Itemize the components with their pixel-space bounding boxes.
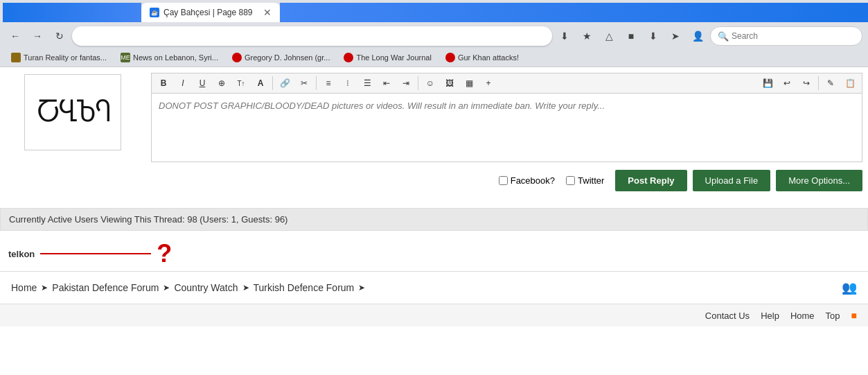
bottom-bar: Contact Us Help Home Top ■ <box>0 304 868 326</box>
toolbar-indent-left[interactable]: ⇤ <box>378 75 396 91</box>
more-options-button[interactable]: More Options... <box>776 170 862 191</box>
bookmark-favicon-turan <box>11 53 21 62</box>
search-icon: 🔍 <box>718 31 729 42</box>
contact-us-link[interactable]: Contact Us <box>705 311 750 321</box>
toolbar-save[interactable]: 💾 <box>759 75 777 91</box>
tab-title: Çay Bahçesi | Page 889 <box>163 8 253 17</box>
toolbar-redo[interactable]: ↪ <box>797 75 815 91</box>
chevron-icon-1: ➤ <box>41 283 48 293</box>
tab-close-button[interactable]: ✕ <box>263 7 272 18</box>
toolbar-edit[interactable]: ✎ <box>822 75 840 91</box>
active-users-text: Currently Active Users Viewing This Thre… <box>9 214 287 225</box>
active-users-bar: Currently Active Users Viewing This Thre… <box>0 208 868 231</box>
bookmark-gregory[interactable]: Gregory D. Johnsen (gr... <box>227 51 336 64</box>
top-link[interactable]: Top <box>826 311 840 321</box>
toolbar-emoji[interactable]: ☺ <box>421 75 439 91</box>
breadcrumb-pdf[interactable]: Pakistan Defence Forum <box>52 282 159 293</box>
twitter-checkbox[interactable] <box>566 176 575 185</box>
toolbar-image[interactable]: 🖼 <box>441 75 459 91</box>
facebook-checkbox[interactable] <box>499 176 508 185</box>
address-input[interactable]: defence.pk/threads/Çay-bahçesi.315137/pa… <box>72 26 552 46</box>
editor-toolbar: B I U ⊕ T↑ A 🔗 ✂ ≡ ⁝ ☰ ⇤ ⇥ ☺ 🖼 ▦ + 💾 ↩ ↪… <box>151 73 862 93</box>
bookmark-favicon-gurk <box>445 53 455 62</box>
toolbar-add[interactable]: + <box>479 75 497 91</box>
toolbar-title[interactable]: T↑ <box>232 75 250 91</box>
reply-textarea[interactable] <box>151 93 862 162</box>
share-button[interactable]: ➤ <box>666 26 685 46</box>
toolbar-unlink[interactable]: ✂ <box>295 75 313 91</box>
address-bar-row: ← → ↻ defence.pk/threads/Çay-bahçesi.315… <box>0 22 868 50</box>
right-tab-area <box>280 3 868 22</box>
post-reply-button[interactable]: Post Reply <box>615 170 687 191</box>
search-bar-wrap: 🔍 <box>710 26 862 46</box>
forward-button[interactable]: → <box>28 26 47 46</box>
toolbar-list-unordered[interactable]: ⁝ <box>339 75 357 91</box>
toolbar-table[interactable]: ▦ <box>460 75 478 91</box>
page-content: ႠႡႦႤ B I U ⊕ T↑ A 🔗 ✂ ≡ ⁝ ☰ ⇤ ⇥ ☺ 🖼 ▦ + <box>0 67 868 202</box>
bookmark-favicon-me: ME <box>121 53 130 62</box>
toolbar-bold[interactable]: B <box>154 75 172 91</box>
breadcrumb-home[interactable]: Home <box>11 282 37 293</box>
search-input[interactable] <box>732 31 855 41</box>
editor-panel: B I U ⊕ T↑ A 🔗 ✂ ≡ ⁝ ☰ ⇤ ⇥ ☺ 🖼 ▦ + 💾 ↩ ↪… <box>145 67 868 202</box>
breadcrumb-country-watch[interactable]: Country Watch <box>174 282 238 293</box>
avatar-panel: ႠႡႦႤ <box>0 67 145 202</box>
rss-icon: ■ <box>851 310 857 321</box>
twitter-label: Twitter <box>578 175 604 186</box>
shield-button[interactable]: ■ <box>621 26 641 46</box>
bookmarks-bar: Turan Reality or fantas... ME News on Le… <box>0 50 868 67</box>
tab-favicon: ☕ <box>150 8 159 17</box>
chevron-icon-2: ➤ <box>163 283 170 293</box>
bookmark-me[interactable]: ME News on Lebanon, Syri... <box>115 51 224 64</box>
toolbar-undo[interactable]: ↩ <box>778 75 796 91</box>
toolbar-link[interactable]: 🔗 <box>276 75 294 91</box>
bookmark-lwj[interactable]: The Long War Journal <box>338 51 436 64</box>
toolbar-sep-4 <box>818 76 819 90</box>
bookmark-gurk[interactable]: Gur Khan attacks! <box>440 51 524 64</box>
username-label: telkon <box>8 249 35 259</box>
bookmark-favicon-gregory <box>232 53 242 62</box>
browser-chrome: ☕ Çay Bahçesi | Page 889 ✕ ← → ↻ defence… <box>0 0 868 67</box>
bookmark-turan[interactable]: Turan Reality or fantas... <box>6 51 112 64</box>
toolbar-italic[interactable]: I <box>174 75 192 91</box>
sync-button[interactable]: △ <box>599 26 619 46</box>
footer-breadcrumb-nav: Home ➤ Pakistan Defence Forum ➤ Country … <box>0 271 868 304</box>
bookmark-label-gurk: Gur Khan attacks! <box>458 53 519 62</box>
toolbar-indent-right[interactable]: ⇥ <box>397 75 415 91</box>
chevron-icon-4: ➤ <box>358 283 365 293</box>
twitter-checkbox-group: Twitter <box>566 175 604 186</box>
back-button[interactable]: ← <box>6 26 25 46</box>
toolbar-align-left[interactable]: ≡ <box>319 75 337 91</box>
facebook-checkbox-group: Facebook? <box>499 175 555 186</box>
toolbar-font[interactable]: A <box>251 75 269 91</box>
toolbar-sep-3 <box>418 76 418 90</box>
toolbar-list-ordered[interactable]: ☰ <box>358 75 376 91</box>
download2-button[interactable]: ⬇ <box>644 26 663 46</box>
bookmark-button[interactable]: ★ <box>577 26 596 46</box>
breadcrumb-tdf[interactable]: Turkish Defence Forum <box>254 282 355 293</box>
toolbar-sep-2 <box>316 76 317 90</box>
help-link[interactable]: Help <box>761 311 779 321</box>
bookmark-label-gregory: Gregory D. Johnsen (gr... <box>245 53 330 62</box>
users-icon: 👥 <box>842 280 857 295</box>
upload-file-button[interactable]: Upload a File <box>693 170 771 191</box>
separator-line <box>40 253 151 254</box>
download-button[interactable]: ⬇ <box>555 26 574 46</box>
toolbar-circle-plus[interactable]: ⊕ <box>213 75 231 91</box>
bookmark-label-lwj: The Long War Journal <box>356 53 431 62</box>
facebook-label: Facebook? <box>511 175 555 186</box>
question-mark-icon: ? <box>157 239 172 268</box>
reload-button[interactable]: ↻ <box>50 26 69 46</box>
toolbar-underline[interactable]: U <box>193 75 211 91</box>
active-tab[interactable]: ☕ Çay Bahçesi | Page 889 ✕ <box>141 3 280 22</box>
account-button[interactable]: 👤 <box>688 26 707 46</box>
chevron-icon-3: ➤ <box>242 283 249 293</box>
user-row: telkon ? <box>0 236 868 271</box>
toolbar-sep-1 <box>272 76 273 90</box>
editor-footer: Facebook? Twitter Post Reply Upload a Fi… <box>151 164 862 197</box>
toolbar-preview[interactable]: 📋 <box>841 75 859 91</box>
bookmark-label-me: News on Lebanon, Syri... <box>133 53 218 62</box>
home-link[interactable]: Home <box>790 311 815 321</box>
avatar-rune-text: ႠႡႦႤ <box>37 97 109 128</box>
bookmark-label-turan: Turan Reality or fantas... <box>24 53 107 62</box>
